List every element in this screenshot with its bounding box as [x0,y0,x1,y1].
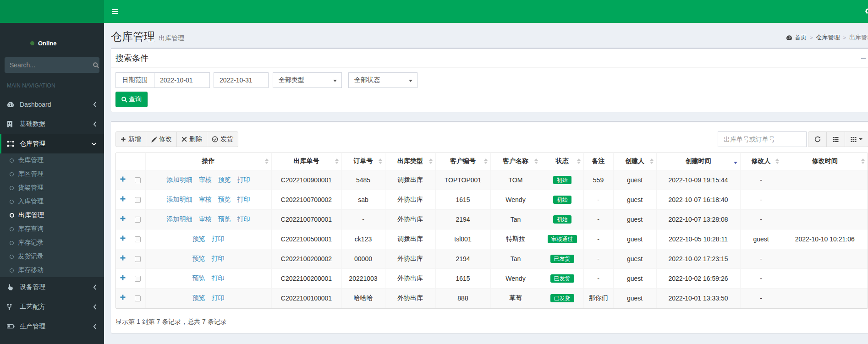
op-link-add-detail[interactable]: 添加明细 [167,215,192,223]
sidebar-item-base-data[interactable]: 基础数据 [0,114,104,134]
column-header-type[interactable]: 出库类型 [385,153,435,170]
row-checkbox[interactable] [135,276,141,282]
sidebar-subitem-stock-record[interactable]: 库存记录 [0,236,104,250]
column-header-order_no[interactable]: 出库单号 [271,153,341,170]
collapse-button[interactable] [861,55,866,61]
query-button[interactable]: 查询 [115,92,148,107]
sidebar-subitem-stock-move[interactable]: 库存移动 [0,263,104,277]
op-link-preview[interactable]: 预览 [218,215,231,223]
row-checkbox[interactable] [135,236,141,242]
cell-modifier: - [740,288,782,308]
column-header-creator[interactable]: 创建人 [613,153,656,170]
column-header-modifier[interactable]: 修改人 [740,153,782,170]
op-link-print[interactable]: 打印 [237,215,250,223]
expand-row-button[interactable] [120,274,126,281]
cell-modifier: guest [740,229,782,249]
sidebar-item-label: 工艺配方 [20,303,45,311]
delete-button[interactable]: 删除 [176,131,207,147]
toolbar-button-label: 发货 [220,135,233,143]
row-checkbox[interactable] [135,197,141,203]
op-link-audit[interactable]: 审核 [199,215,212,223]
expand-row-button[interactable] [120,176,126,182]
sidebar-toggle-button[interactable] [104,0,126,23]
breadcrumb-home[interactable]: 首页 [795,33,807,42]
ship-button[interactable]: 发货 [207,131,238,147]
sidebar-subitem-outbound[interactable]: 出库管理 [0,208,104,222]
page-title: 仓库管理 [111,29,155,44]
columns-button[interactable] [845,131,868,147]
op-link-preview[interactable]: 预览 [192,255,205,262]
sidebar-item-recipe-mgmt[interactable]: 工艺配方 [0,297,104,317]
cell-modified-at [782,268,868,288]
expand-row-button[interactable] [120,196,126,202]
building-icon [7,121,16,127]
brand-logo[interactable] [0,0,104,23]
breadcrumb-warehouse[interactable]: 仓库管理 [816,33,840,42]
row-checkbox[interactable] [135,217,141,223]
row-checkbox[interactable] [135,256,141,262]
row-checkbox[interactable] [135,295,141,301]
column-header-ref_no[interactable]: 订单号 [341,153,385,170]
op-link-preview[interactable]: 预览 [218,176,231,183]
expand-row-button[interactable] [120,235,126,241]
op-link-add-detail[interactable]: 添加明细 [167,196,192,203]
table-search-input[interactable] [718,131,807,147]
breadcrumb-separator: > [843,35,846,40]
op-link-print[interactable]: 打印 [212,294,225,301]
sidebar-subitem-shelf[interactable]: 货架管理 [0,181,104,195]
op-link-print[interactable]: 打印 [212,274,225,282]
sidebar-subitem-shipping-record[interactable]: 发货记录 [0,250,104,263]
refresh-button[interactable] [808,131,827,147]
cell-creator: guest [613,229,656,249]
sidebar-item-production-mgmt[interactable]: 生产管理 [0,317,104,336]
sidebar-subitem-inbound[interactable]: 入库管理 [0,195,104,208]
sidebar-item-device-mgmt[interactable]: 设备管理 [0,277,104,297]
status-select[interactable]: 全部状态 [348,72,418,88]
op-link-preview[interactable]: 预览 [192,235,205,242]
sidebar-item-dashboard[interactable]: Dashboard [0,94,104,114]
op-link-print[interactable]: 打印 [237,176,250,183]
sidebar: Online MAIN NAVIGATION Dashboard基础数据仓库管理… [0,23,104,344]
sidebar-subitem-storage-area[interactable]: 库区管理 [0,167,104,181]
column-header-customer_name[interactable]: 客户名称 [490,153,541,170]
column-header-ops[interactable]: 操作 [145,153,271,170]
sidebar-search-input[interactable] [5,58,93,72]
type-select[interactable]: 全部类型 [273,72,342,88]
expand-row-button[interactable] [120,215,126,222]
op-link-preview[interactable]: 预览 [218,196,231,203]
cell-expand [116,190,130,209]
column-header-created_at[interactable]: 创建时间 [656,153,740,170]
expand-row-button[interactable] [120,255,126,261]
sidebar-subitem-warehouse[interactable]: 仓库管理 [0,153,104,167]
op-link-add-detail[interactable]: 添加明细 [167,176,192,183]
sidebar-item-warehouse-mgmt[interactable]: 仓库管理 [0,134,104,153]
expand-row-button[interactable] [120,294,126,300]
row-checkbox[interactable] [135,177,141,183]
page-subtitle: 出库管理 [159,34,184,42]
op-link-audit[interactable]: 审核 [199,176,212,183]
sidebar-search-button[interactable] [93,58,99,72]
edit-button[interactable]: 修改 [146,131,177,147]
select-caret-icon [333,80,337,82]
sidebar-subitem-label: 仓库管理 [18,156,44,164]
cell-check [130,229,145,249]
column-header-modified_at[interactable]: 修改时间 [782,153,868,170]
circle-icon [10,268,14,273]
column-header-status[interactable]: 状态 [541,153,583,170]
op-link-audit[interactable]: 审核 [199,196,212,203]
op-link-print[interactable]: 打印 [237,196,250,203]
date-from-input[interactable] [154,72,210,88]
cell-customer-name: 特斯拉 [490,229,541,249]
sidebar-subitem-stock-query[interactable]: 库存查询 [0,222,104,236]
column-header-check [130,153,145,170]
add-button[interactable]: 新增 [115,131,146,147]
op-link-print[interactable]: 打印 [212,255,225,262]
op-link-preview[interactable]: 预览 [192,274,205,282]
column-header-customer_no[interactable]: 客户编号 [435,153,490,170]
op-link-print[interactable]: 打印 [212,235,225,242]
settings-button[interactable] [864,7,868,15]
op-link-preview[interactable]: 预览 [192,294,205,301]
date-to-input[interactable] [214,72,269,88]
toggle-view-button[interactable] [826,131,845,147]
status-select-value: 全部状态 [354,76,380,84]
